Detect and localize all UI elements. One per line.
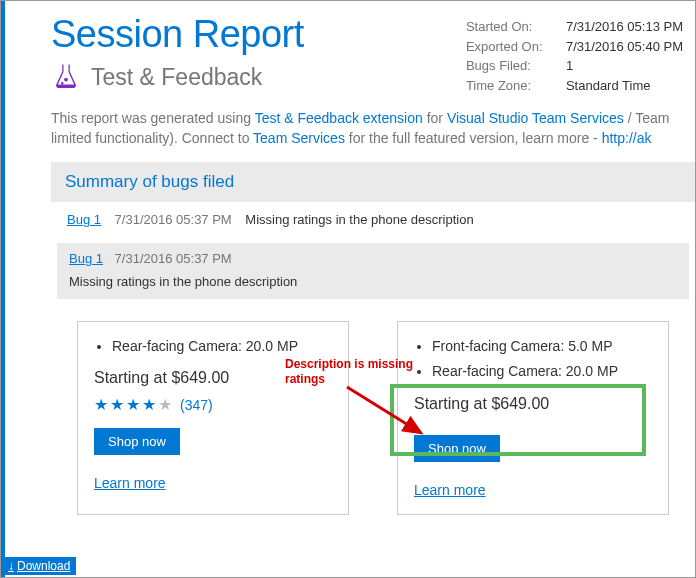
product-card-right: Front-facing Camera: 5.0 MP Rear-facing …: [397, 321, 669, 514]
page-subtitle: Test & Feedback: [91, 64, 262, 91]
spec-item: Rear-facing Camera: 20.0 MP: [432, 359, 652, 384]
price-right: Starting at $649.00: [414, 395, 652, 413]
rating-count: (347): [180, 397, 213, 413]
link-team-services[interactable]: Team Services: [253, 130, 345, 146]
meta-table: Started On: 7/31/2016 05:13 PM Exported …: [466, 17, 683, 95]
bug-link[interactable]: Bug 1: [67, 212, 101, 227]
bug-summary-row: Bug 1 7/31/2016 05:37 PM Missing ratings…: [51, 202, 695, 237]
meta-tz-val: Standard Time: [566, 76, 651, 96]
link-learn-url[interactable]: http://ak: [602, 130, 652, 146]
svg-point-1: [61, 82, 64, 85]
screenshot-area: Rear-facing Camera: 20.0 MP Starting at …: [57, 321, 689, 514]
meta-tz-label: Time Zone:: [466, 76, 566, 96]
bug-detail-link[interactable]: Bug 1: [69, 251, 103, 266]
meta-started-val: 7/31/2016 05:13 PM: [566, 17, 683, 37]
meta-exported-label: Exported On:: [466, 37, 566, 57]
page-title: Session Report: [51, 13, 304, 56]
annotation-text: Description is missing ratings: [285, 357, 425, 386]
download-button[interactable]: ↓ Download: [2, 557, 76, 575]
download-label: Download: [17, 559, 70, 573]
link-extension[interactable]: Test & Feedback extension: [255, 110, 423, 126]
meta-exported-val: 7/31/2016 05:40 PM: [566, 37, 683, 57]
link-vsts[interactable]: Visual Studio Team Services: [447, 110, 624, 126]
bug-title: Missing ratings in the phone description: [245, 212, 473, 227]
learn-more-link-right[interactable]: Learn more: [414, 482, 652, 498]
bug-detail-header: Bug 1 7/31/2016 05:37 PM: [57, 243, 689, 274]
shop-now-button-right[interactable]: Shop now: [414, 435, 500, 462]
spec-item: Front-facing Camera: 5.0 MP: [432, 334, 652, 359]
accent-bar: [1, 1, 5, 577]
meta-bugs-label: Bugs Filed:: [466, 56, 566, 76]
meta-bugs-val: 1: [566, 56, 573, 76]
spec-item: Rear-facing Camera: 20.0 MP: [112, 334, 332, 359]
product-card-left: Rear-facing Camera: 20.0 MP Starting at …: [77, 321, 349, 514]
meta-started-label: Started On:: [466, 17, 566, 37]
shop-now-button-left[interactable]: Shop now: [94, 428, 180, 455]
bug-detail-title: Missing ratings in the phone description: [57, 274, 689, 299]
svg-point-0: [64, 78, 68, 82]
bug-time: 7/31/2016 05:37 PM: [115, 212, 232, 227]
section-summary-title: Summary of bugs filed: [51, 162, 695, 202]
star-icons: ★★★★★: [94, 396, 174, 413]
learn-more-link-left[interactable]: Learn more: [94, 475, 332, 491]
download-icon: ↓: [8, 559, 14, 573]
flask-icon: [51, 62, 81, 92]
bug-detail-time: 7/31/2016 05:37 PM: [115, 251, 232, 266]
rating-row: ★★★★★(347): [94, 395, 332, 414]
intro-text: This report was generated using Test & F…: [51, 109, 695, 148]
